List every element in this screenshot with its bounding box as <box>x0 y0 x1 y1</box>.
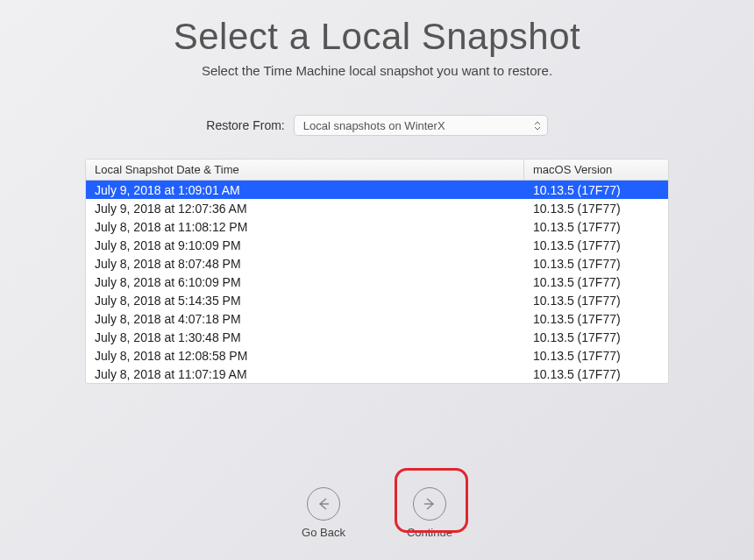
page-subtitle: Select the Time Machine local snapshot y… <box>0 63 754 78</box>
cell-date: July 9, 2018 at 1:09:01 AM <box>86 183 524 197</box>
restore-from-row: Restore From: Local snapshots on WinterX <box>0 115 754 136</box>
cell-version: 10.13.5 (17F77) <box>524 275 668 289</box>
table-row[interactable]: July 9, 2018 at 1:09:01 AM10.13.5 (17F77… <box>86 181 668 199</box>
table-row[interactable]: July 8, 2018 at 1:30:48 PM10.13.5 (17F77… <box>86 328 668 346</box>
restore-from-value: Local snapshots on WinterX <box>303 119 445 132</box>
restore-from-select[interactable]: Local snapshots on WinterX <box>294 115 548 136</box>
table-body: July 9, 2018 at 1:09:01 AM10.13.5 (17F77… <box>86 181 668 383</box>
table-row[interactable]: July 8, 2018 at 6:10:09 PM10.13.5 (17F77… <box>86 273 668 291</box>
continue-button[interactable]: Continue <box>407 487 452 539</box>
table-row[interactable]: July 8, 2018 at 11:08:12 PM10.13.5 (17F7… <box>86 217 668 236</box>
arrow-left-icon <box>307 487 340 521</box>
cell-date: July 8, 2018 at 4:07:18 PM <box>86 312 524 326</box>
updown-arrows-icon <box>533 119 542 131</box>
cell-version: 10.13.5 (17F77) <box>524 220 668 234</box>
column-header-date[interactable]: Local Snapshot Date & Time <box>86 159 524 180</box>
cell-version: 10.13.5 (17F77) <box>524 367 668 381</box>
cell-date: July 9, 2018 at 12:07:36 AM <box>86 202 524 216</box>
cell-version: 10.13.5 (17F77) <box>524 238 668 252</box>
column-header-version[interactable]: macOS Version <box>524 159 668 180</box>
cell-date: July 8, 2018 at 11:07:19 AM <box>86 367 524 381</box>
cell-date: July 8, 2018 at 11:08:12 PM <box>86 220 524 234</box>
restore-from-label: Restore From: <box>206 118 284 132</box>
cell-version: 10.13.5 (17F77) <box>524 202 668 216</box>
cell-version: 10.13.5 (17F77) <box>524 257 668 271</box>
arrow-right-icon <box>413 487 446 521</box>
table-header: Local Snapshot Date & Time macOS Version <box>86 159 668 181</box>
cell-date: July 8, 2018 at 8:07:48 PM <box>86 257 524 271</box>
snapshot-table: Local Snapshot Date & Time macOS Version… <box>85 159 669 384</box>
table-row[interactable]: July 8, 2018 at 9:10:09 PM10.13.5 (17F77… <box>86 236 668 254</box>
page-title: Select a Local Snapshot <box>0 16 754 58</box>
table-row[interactable]: July 8, 2018 at 8:07:48 PM10.13.5 (17F77… <box>86 254 668 273</box>
continue-label: Continue <box>407 526 452 539</box>
cell-date: July 8, 2018 at 6:10:09 PM <box>86 275 524 289</box>
table-row[interactable]: July 8, 2018 at 12:08:58 PM10.13.5 (17F7… <box>86 346 668 365</box>
cell-date: July 8, 2018 at 9:10:09 PM <box>86 238 524 252</box>
cell-date: July 8, 2018 at 5:14:35 PM <box>86 294 524 308</box>
table-row[interactable]: July 8, 2018 at 5:14:35 PM10.13.5 (17F77… <box>86 291 668 309</box>
table-row[interactable]: July 9, 2018 at 12:07:36 AM10.13.5 (17F7… <box>86 199 668 217</box>
cell-date: July 8, 2018 at 1:30:48 PM <box>86 330 524 344</box>
cell-version: 10.13.5 (17F77) <box>524 312 668 326</box>
table-row[interactable]: July 8, 2018 at 11:07:19 AM10.13.5 (17F7… <box>86 365 668 383</box>
cell-date: July 8, 2018 at 12:08:58 PM <box>86 349 524 363</box>
bottom-nav: Go Back Continue <box>0 487 754 539</box>
go-back-label: Go Back <box>302 526 345 539</box>
cell-version: 10.13.5 (17F77) <box>524 349 668 363</box>
table-row[interactable]: July 8, 2018 at 4:07:18 PM10.13.5 (17F77… <box>86 309 668 328</box>
go-back-button[interactable]: Go Back <box>302 487 345 539</box>
cell-version: 10.13.5 (17F77) <box>524 330 668 344</box>
cell-version: 10.13.5 (17F77) <box>524 294 668 308</box>
cell-version: 10.13.5 (17F77) <box>524 183 668 197</box>
